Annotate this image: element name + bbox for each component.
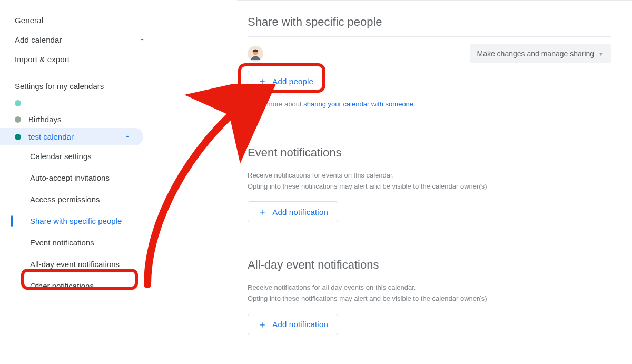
avatar: [248, 46, 263, 62]
plus-icon: ＋: [258, 320, 267, 329]
event-notifications-title: Event notifications: [248, 142, 611, 167]
add-event-notification-button[interactable]: ＋ Add notification: [248, 201, 338, 222]
share-section: Share with specific people Make changes …: [248, 11, 611, 110]
calendar-color-dot: [15, 100, 21, 106]
sub-allday-notifications[interactable]: All-day event notifications: [11, 253, 158, 275]
sub-event-notifications[interactable]: Event notifications: [11, 232, 158, 253]
add-people-button[interactable]: ＋ Add people: [248, 71, 323, 92]
calendar-item-birthdays[interactable]: Birthdays: [0, 111, 143, 128]
add-notification-label: Add notification: [272, 320, 328, 329]
chevron-up-icon: [124, 132, 131, 141]
add-notification-label: Add notification: [272, 208, 328, 217]
event-notifications-desc: Receive notifications for events on this…: [248, 167, 611, 202]
sub-access-permissions[interactable]: Access permissions: [11, 189, 158, 210]
calendar-item-0[interactable]: [0, 96, 143, 111]
permission-dropdown[interactable]: Make changes and manage sharing ▼: [470, 44, 611, 63]
nav-add-calendar[interactable]: Add calendar: [0, 30, 158, 50]
calendar-item-label: test calendar: [28, 132, 74, 141]
share-section-title: Share with specific people: [248, 11, 611, 36]
share-person-row: Make changes and manage sharing ▼: [248, 37, 611, 71]
main-content: Share with specific people Make changes …: [237, 0, 632, 364]
allday-notifications-title: All-day event notifications: [248, 254, 611, 279]
plus-icon: ＋: [258, 207, 267, 217]
sub-other-notifications[interactable]: Other notifications: [11, 275, 158, 297]
nav-general[interactable]: General: [0, 11, 158, 30]
calendar-sub-settings: Calendar settings Auto-accept invitation…: [11, 145, 158, 297]
permission-label: Make changes and manage sharing: [477, 50, 595, 58]
calendar-color-dot: [15, 116, 21, 123]
chevron-down-icon: [139, 35, 145, 44]
allday-notifications-section: All-day event notifications Receive noti…: [248, 222, 611, 335]
event-notifications-section: Event notifications Receive notification…: [248, 110, 611, 223]
add-people-label: Add people: [272, 77, 313, 86]
calendar-item-label: Birthdays: [28, 115, 62, 124]
add-allday-notification-button[interactable]: ＋ Add notification: [248, 314, 338, 335]
sub-calendar-settings[interactable]: Calendar settings: [11, 145, 158, 167]
nav-general-label: General: [15, 16, 43, 25]
share-learn-more-link[interactable]: sharing your calendar with someone: [303, 100, 413, 108]
plus-icon: ＋: [258, 76, 267, 86]
nav-import-export[interactable]: Import & export: [0, 50, 158, 69]
allday-notifications-desc: Receive notifications for all day events…: [248, 279, 611, 314]
share-helper-text: Learn more about sharing your calendar w…: [248, 99, 611, 110]
nav-add-calendar-label: Add calendar: [15, 35, 62, 44]
dropdown-triangle-icon: ▼: [598, 51, 604, 57]
settings-sidebar: General Add calendar Import & export Set…: [0, 0, 158, 364]
sidebar-section-header: Settings for my calendars: [0, 69, 158, 96]
calendar-color-dot: [15, 134, 21, 140]
nav-import-export-label: Import & export: [15, 55, 70, 64]
sub-share-specific-people[interactable]: Share with specific people: [11, 210, 158, 232]
sub-auto-accept[interactable]: Auto-accept invitations: [11, 167, 158, 189]
calendar-item-test-calendar[interactable]: test calendar: [0, 128, 143, 145]
